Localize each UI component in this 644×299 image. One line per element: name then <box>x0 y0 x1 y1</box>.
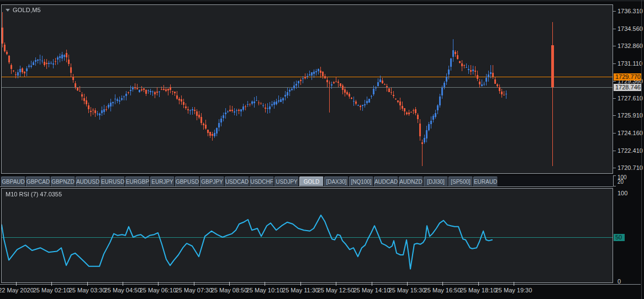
price-tick-dash <box>613 29 616 29</box>
chart-tab-gold[interactable]: GOLD <box>299 177 324 186</box>
chart-tab-gbpjpy[interactable]: GBPJPY <box>200 177 224 186</box>
mini-scale-value: 20 <box>617 179 624 185</box>
chart-tab-audnzd[interactable]: AUDNZD <box>399 177 423 186</box>
price-tick-label: 1725.910 <box>617 112 643 119</box>
price-tick-dash <box>613 115 616 116</box>
time-tick-label: 25 May 16:50 <box>424 287 461 293</box>
time-tick <box>123 282 123 286</box>
time-axis: 22 May 202025 May 02:1025 May 03:3025 Ma… <box>0 283 641 299</box>
price-tick-label: 1722.410 <box>617 147 643 154</box>
bid-price-badge: 1728.746 <box>614 84 641 91</box>
mini-pane-bracket <box>613 175 616 186</box>
rsi-indicator-label: M10 RSI (7) 47.0355 <box>6 191 62 197</box>
time-tick <box>478 282 479 286</box>
chart-tab-euraud[interactable]: EURAUD <box>473 177 498 186</box>
price-chart-pane[interactable]: GOLD,M5 <box>1 4 613 174</box>
rsi-tick-label-100: 100 <box>617 190 627 197</box>
time-tick-label: 25 May 02:10 <box>33 287 70 293</box>
price-tick-label: 1736.310 <box>617 8 643 15</box>
time-tick <box>194 282 194 286</box>
time-tick-label: 25 May 04:50 <box>104 287 141 293</box>
price-tick-label: 1724.160 <box>617 130 643 137</box>
time-tick <box>300 282 301 286</box>
time-tick-label: 25 May 07:30 <box>176 287 213 293</box>
time-tick-label: 22 May 2020 <box>0 287 34 293</box>
chart-tab-gbpaud[interactable]: GBPAUD <box>1 177 25 186</box>
time-tick <box>514 282 514 286</box>
time-tick <box>87 282 88 286</box>
price-tick-dash <box>613 168 616 168</box>
mini-pane-scale: 10020 <box>617 175 640 187</box>
rsi-axis: 100500 <box>613 188 644 283</box>
chart-tab-gbpusd[interactable]: GBPUSD <box>175 177 199 186</box>
time-tick-label: 25 May 19:30 <box>495 287 532 293</box>
window-top-border <box>0 1 644 1</box>
chart-tab-sp500[interactable]: [SP500] <box>448 177 473 186</box>
chart-symbol-title: GOLD,M5 <box>6 7 41 13</box>
chart-tab-gbpnzd[interactable]: GBPNZD <box>51 177 75 186</box>
time-tick <box>442 282 443 286</box>
trading-app-window: GOLD,M5 1736.3101734.5601732.8601731.110… <box>0 0 644 299</box>
time-tick-label: 25 May 03:30 <box>69 287 106 293</box>
chart-tab-audcad[interactable]: AUDCAD <box>374 177 398 186</box>
price-tick-label: 1731.110 <box>617 60 642 67</box>
rsi-indicator-pane[interactable]: M10 RSI (7) 47.0355 <box>1 188 613 283</box>
time-tick-label: 25 May 18:10 <box>460 287 497 293</box>
price-tick-dash <box>613 81 616 82</box>
price-tick-dash <box>613 98 616 99</box>
time-tick-label: 25 May 11:30 <box>282 287 319 293</box>
chart-tab-nq100[interactable]: [NQ100] <box>349 177 373 186</box>
time-tick-label: 25 May 10:10 <box>246 287 283 293</box>
price-tick-label: 1734.560 <box>617 25 643 33</box>
rsi-chart-canvas[interactable] <box>2 189 613 282</box>
time-tick-label: 25 May 14:10 <box>353 287 390 293</box>
chart-tab-usdjpy[interactable]: USDJPY <box>275 177 299 186</box>
time-tick-label: 25 May 08:50 <box>211 287 248 293</box>
chart-tab-eurusd[interactable]: EURUSD <box>101 177 125 186</box>
orange-price-badge: 1729.770 <box>614 73 641 81</box>
price-tick-label: 1732.860 <box>617 42 643 50</box>
price-tick-label: 1720.710 <box>617 164 643 172</box>
price-tick-label: 1727.610 <box>617 95 643 102</box>
chart-tab-eurjpy[interactable]: EURJPY <box>150 177 175 186</box>
chart-tab-eurgbp[interactable]: EURGBP <box>125 177 150 186</box>
window-right-border <box>641 0 642 299</box>
time-tick <box>16 282 17 286</box>
time-tick <box>336 282 336 286</box>
price-tick-dash <box>613 46 616 46</box>
time-tick <box>407 282 408 286</box>
time-tick-label: 25 May 06:10 <box>140 287 177 293</box>
price-chart-canvas[interactable] <box>2 5 613 173</box>
chart-tab-gbpcad[interactable]: GBPCAD <box>26 177 50 186</box>
time-tick <box>372 282 372 286</box>
price-tick-dash <box>613 133 616 134</box>
chart-tab-audusd[interactable]: AUDUSD <box>76 177 100 186</box>
rsi-tick-label-50: 50 <box>614 234 625 241</box>
price-axis: 1736.3101734.5601732.8601731.1101729.360… <box>613 4 644 174</box>
chart-tab-dax30[interactable]: [DAX30] <box>324 177 349 186</box>
price-tick-dash <box>613 63 616 64</box>
price-tick-dash <box>613 151 616 151</box>
time-tick <box>265 282 265 286</box>
time-tick <box>51 282 52 286</box>
chart-tab-usdcad[interactable]: USDCAD <box>225 177 249 186</box>
chart-tab-usdchf[interactable]: USDCHF <box>250 177 274 186</box>
time-tick <box>229 282 230 286</box>
chart-tab-dji30[interactable]: [DJI30] <box>424 177 448 186</box>
triangle-down-icon[interactable] <box>6 9 10 12</box>
time-tick <box>158 282 159 286</box>
time-axis-line <box>0 284 641 285</box>
price-tick-dash <box>613 11 616 12</box>
time-tick-label: 25 May 12:50 <box>318 287 355 293</box>
symbol-timeframe-label: GOLD,M5 <box>13 7 41 13</box>
chart-tab-bar: GBPAUDGBPCADGBPNZDAUDUSDEURUSDEURGBPEURJ… <box>0 175 613 187</box>
time-tick-label: 25 May 15:30 <box>389 287 426 293</box>
